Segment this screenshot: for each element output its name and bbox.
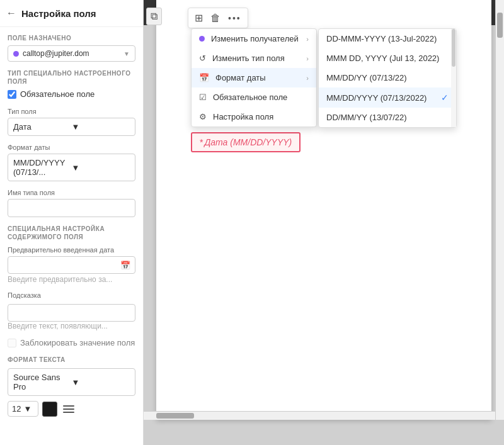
copy-doc-button[interactable]: ⧉: [146, 8, 162, 25]
field-name-input[interactable]: Поле даты 1: [8, 199, 135, 217]
submenu-dd-mm-yy-text: DD/MM/YY (13/07/22): [326, 113, 449, 122]
prefill-section: Предварительно введенная дата 📅 Введите …: [8, 246, 135, 284]
menu-field-settings-text: Настройка поля: [213, 112, 309, 121]
field-type-chevron: ▼: [72, 122, 130, 132]
text-format-label: ФОРМАТ ТЕКСТА: [8, 356, 135, 363]
prefill-input[interactable]: [8, 256, 135, 274]
document-content: ⊞ 🗑 ••• Изменить получателей › ↺ Изменит…: [156, 0, 491, 420]
prefill-placeholder-text: Введите предварительно за...: [8, 275, 135, 284]
lock-checkbox-row: Заблокировать значение поля: [8, 338, 135, 347]
toolbar-delete-icon[interactable]: 🗑: [210, 13, 220, 24]
submenu-mmm-dd-yyyy[interactable]: MMM DD, YYYY (Jul 13, 2022): [319, 48, 456, 68]
color-picker[interactable]: [42, 402, 57, 417]
submenu-scroll-thumb: [452, 29, 455, 67]
field-type-value: Дата: [13, 122, 72, 132]
submenu-checkmark-icon: ✓: [441, 93, 449, 103]
menu-checkbox-icon: ☑: [199, 93, 207, 102]
menu-item-field-settings[interactable]: ⚙ Настройка поля: [192, 107, 316, 127]
submenu-dd-mmm-yyyy-text: DD-MMM-YYYY (13-Jul-2022): [326, 34, 449, 43]
floating-toolbar: ⊞ 🗑 •••: [188, 8, 248, 28]
date-format-dropdown[interactable]: MM/DD/YYYY (07/13/... ▼: [8, 154, 135, 181]
menu-sliders-icon: ⚙: [199, 112, 207, 121]
menu-refresh-icon: ↺: [199, 54, 206, 63]
menu-required-text: Обязательное поле: [213, 93, 309, 102]
submenu-scrollbar[interactable]: [451, 29, 456, 127]
required-checkbox-row: Обязательное поле: [8, 89, 135, 99]
left-panel: ← Настройка поля ПОЛЕ НАЗНАЧЕНО calltop@…: [0, 0, 144, 445]
menu-arrow-icon-2: ›: [306, 74, 309, 82]
recipient-dropdown[interactable]: calltop@jupiter.dom ▼: [8, 45, 135, 62]
date-field[interactable]: *Дата (MM/DD/YYYY): [191, 132, 301, 152]
date-format-submenu: DD-MMM-YYYY (13-Jul-2022) MMM DD, YYYY (…: [318, 28, 457, 128]
font-size-dropdown[interactable]: 12 ▼: [8, 401, 38, 417]
font-chevron: ▼: [72, 378, 130, 387]
menu-arrow-icon-1: ›: [306, 55, 309, 62]
hint-placeholder-text: Введите текст, появляющи...: [8, 322, 135, 330]
font-controls: 12 ▼: [8, 401, 135, 417]
date-format-value: MM/DD/YYYY (07/13/...: [13, 158, 72, 177]
special-config-label: СПЕЦИАЛЬНАЯ НАСТРОЙКА СОДЕРЖИМОГО ПОЛЯ: [8, 225, 135, 241]
recipient-dot: [13, 51, 19, 57]
required-star: *: [200, 137, 203, 147]
required-checkbox-label: Обязательное поле: [20, 89, 94, 99]
context-menu: Изменить получателей › ↺ Изменить тип по…: [191, 28, 317, 127]
text-align-icon[interactable]: [61, 402, 76, 417]
menu-change-type-text: Изменить тип поля: [212, 54, 300, 63]
date-format-label: Формат даты: [8, 144, 135, 151]
menu-date-format-text: Формат даты: [215, 73, 300, 82]
date-field-value: Дата (MM/DD/YYYY): [204, 137, 292, 147]
menu-change-recipients-text: Изменить получателей: [211, 34, 300, 43]
field-type-section: Тип поля Дата ▼: [8, 108, 135, 136]
submenu-mm-dd-yy-text: MM/DD/YY (07/13/22): [326, 73, 449, 82]
calendar-icon: 📅: [120, 261, 130, 270]
menu-arrow-icon-0: ›: [306, 35, 309, 43]
field-name-section: Имя типа поля Поле даты 1: [8, 189, 135, 217]
scroll-thumb: [497, 13, 503, 38]
prefill-label: Предварительно введенная дата: [8, 246, 135, 254]
font-name: Source Sans Pro: [13, 373, 72, 391]
submenu-dd-mm-yy[interactable]: DD/MM/YY (13/07/22): [319, 108, 456, 127]
panel-header: ← Настройка поля: [0, 0, 143, 27]
chevron-down-icon: ▼: [123, 50, 130, 57]
submenu-dd-mmm-yyyy[interactable]: DD-MMM-YYYY (13-Jul-2022): [319, 29, 456, 48]
field-name-label: Имя типа поля: [8, 189, 135, 196]
hint-section: Подсказка Введите текст, появляющи...: [8, 291, 135, 330]
menu-item-change-recipients[interactable]: Изменить получателей ›: [192, 29, 316, 48]
font-dropdown[interactable]: Source Sans Pro ▼: [8, 368, 135, 396]
submenu-mm-dd-yyyy-text: MM/DD/YYYY (07/13/2022): [326, 93, 435, 103]
submenu-mm-dd-yy[interactable]: MM/DD/YY (07/13/22): [319, 68, 456, 87]
toolbar-layout-icon[interactable]: ⊞: [195, 12, 203, 24]
field-type-section-label: ТИП СПЕЦИАЛЬНО НАСТРОЕННОГО ПОЛЯ: [8, 69, 135, 86]
size-chevron: ▼: [23, 404, 32, 414]
font-size-value: 12: [12, 404, 21, 414]
lock-checkbox-label: Заблокировать значение поля: [20, 338, 135, 347]
menu-item-date-format[interactable]: 📅 Формат даты ›: [192, 68, 316, 87]
date-format-section: Формат даты MM/DD/YYYY (07/13/... ▼: [8, 144, 135, 181]
menu-dot-icon: [199, 36, 205, 42]
submenu-mmm-dd-yyyy-text: MMM DD, YYYY (Jul 13, 2022): [326, 54, 449, 63]
menu-calendar-icon: 📅: [199, 73, 209, 82]
field-type-dropdown[interactable]: Дата ▼: [8, 118, 135, 136]
vertical-scrollbar[interactable]: [495, 0, 504, 420]
toolbar-more-icon[interactable]: •••: [228, 13, 241, 23]
panel-title: Настройка поля: [21, 8, 96, 19]
required-checkbox[interactable]: [8, 90, 16, 99]
hint-label: Подсказка: [8, 291, 135, 299]
panel-body: ПОЛЕ НАЗНАЧЕНО calltop@jupiter.dom ▼ ТИП…: [0, 27, 143, 445]
prefill-input-wrapper: 📅: [8, 256, 135, 274]
menu-item-required[interactable]: ☑ Обязательное поле: [192, 87, 316, 107]
hint-input[interactable]: [8, 304, 135, 322]
h-scroll-thumb: [156, 413, 194, 419]
menu-item-change-type[interactable]: ↺ Изменить тип поля ›: [192, 48, 316, 68]
recipient-text: calltop@jupiter.dom: [23, 49, 123, 58]
lock-checkbox[interactable]: [8, 339, 16, 347]
date-format-chevron: ▼: [72, 163, 130, 172]
back-button[interactable]: ←: [6, 8, 16, 19]
horizontal-scrollbar[interactable]: [144, 411, 495, 420]
field-assigned-label: ПОЛЕ НАЗНАЧЕНО: [8, 35, 135, 42]
field-type-label: Тип поля: [8, 108, 135, 115]
right-area: ⧉ ⊞ 🗑 ••• Изменить получателей › ↺ Измен…: [144, 0, 504, 445]
submenu-mm-dd-yyyy[interactable]: MM/DD/YYYY (07/13/2022) ✓: [319, 87, 456, 108]
format-section: Source Sans Pro ▼ 12 ▼: [8, 368, 135, 417]
